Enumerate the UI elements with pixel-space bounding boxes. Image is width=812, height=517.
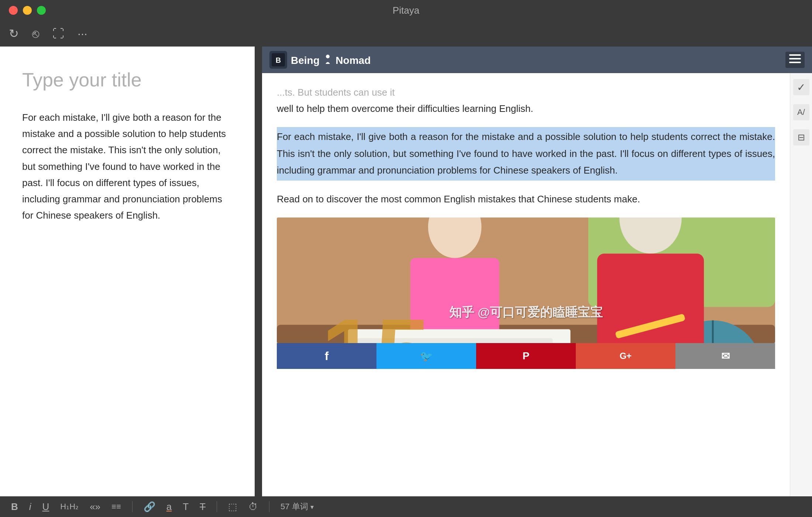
article-highlighted-paragraph[interactable]: For each mistake, I'll give both a reaso… [277,127,775,181]
gplus-button[interactable]: G+ [576,343,675,369]
word-count-arrow[interactable]: ▾ [310,503,314,511]
article-intro-top: ...ts. But students can use it well to h… [277,84,775,117]
sidebar-check-icon[interactable]: ✓ [793,79,809,95]
strikethrough-button[interactable]: T [200,501,206,513]
close-button[interactable] [9,6,18,15]
font-button[interactable]: T [183,501,189,513]
refresh-icon[interactable]: ↻ [9,27,19,41]
article-image: 15 知乎 @可口可爱的瞌睡宝宝 [277,218,775,343]
app-title: Pitaya [393,5,419,16]
toolbar-divider-1 [132,501,133,512]
traffic-lights [9,6,46,15]
browser-sidebar: ✓ A/ ⊟ [790,73,812,496]
browser-logo: B Being Nomad [269,51,371,69]
social-bar: f 🐦 P G+ ✉ [277,343,775,369]
read-on-text: Read on to discover the most common Engl… [277,194,640,205]
title-bar: Pitaya [0,0,812,21]
browser-article: ...ts. But students can use it well to h… [262,73,790,496]
heading-button[interactable]: H₁H₂ [60,502,79,511]
logo-icon: B [269,51,287,69]
svg-point-2 [326,55,330,58]
more-icon[interactable]: ··· [78,27,87,41]
bold-button[interactable]: B [11,501,18,513]
facebook-icon: f [325,349,329,363]
sidebar-code-icon[interactable]: A/ [793,104,809,120]
underline-button[interactable]: U [42,501,49,513]
clock-button[interactable]: ⏱ [248,501,258,513]
minimize-button[interactable] [23,6,32,15]
article-read-on: Read on to discover the most common Engl… [277,191,775,207]
twitter-icon: 🐦 [420,350,433,362]
svg-rect-3 [789,54,801,56]
pinterest-icon: P [523,350,530,362]
share-icon[interactable]: ⎋ [32,27,39,41]
browser-menu-icon[interactable] [785,52,805,68]
toolbar-divider-2 [217,501,217,512]
zhihu-watermark: 知乎 @可口可爱的瞌睡宝宝 [277,304,775,321]
article-intro-text: ...ts. But students can use it [277,87,395,98]
quote-button[interactable]: «» [90,501,100,513]
image-button[interactable]: ⬚ [228,501,237,513]
email-icon: ✉ [721,350,730,362]
svg-rect-4 [789,58,801,59]
gplus-icon: G+ [620,351,632,361]
sidebar-block-icon[interactable]: ⊟ [793,129,809,145]
bottom-toolbar: B i U H₁H₂ «» ≡≡ 🔗 a T T ⬚ ⏱ 57 单词 ▾ [0,496,812,517]
svg-rect-5 [789,62,801,63]
editor-panel[interactable]: Type your title For each mistake, I'll g… [0,47,255,496]
svg-text:B: B [276,56,281,64]
text-color-button[interactable]: a [166,501,172,513]
highlighted-text: For each mistake, I'll give both a reaso… [277,131,775,176]
twitter-button[interactable]: 🐦 [376,343,476,369]
browser-panel: B Being Nomad ...ts. But [262,47,812,496]
italic-button[interactable]: i [29,501,31,513]
pinterest-button[interactable]: P [476,343,576,369]
editor-title[interactable]: Type your title [22,69,233,91]
link-button[interactable]: 🔗 [144,501,155,513]
word-count: 57 单词 ▾ [281,501,314,512]
main-content: Type your title For each mistake, I'll g… [0,47,812,496]
facebook-button[interactable]: f [277,343,376,369]
email-button[interactable]: ✉ [675,343,775,369]
image-scene: 15 [277,218,775,343]
browser-chrome: B Being Nomad [262,47,812,73]
toolbar-divider-3 [269,501,269,512]
fullscreen-icon[interactable]: ⛶ [52,27,64,41]
panel-gap [255,47,258,496]
maximize-button[interactable] [37,6,46,15]
main-toolbar: ↻ ⎋ ⛶ ··· [0,21,812,47]
list-button[interactable]: ≡≡ [111,502,121,511]
editor-body[interactable]: For each mistake, I'll give both a reaso… [22,109,233,223]
logo-text: Being Nomad [291,54,371,66]
article-intro-text2: well to help them overcome their difficu… [277,103,533,114]
